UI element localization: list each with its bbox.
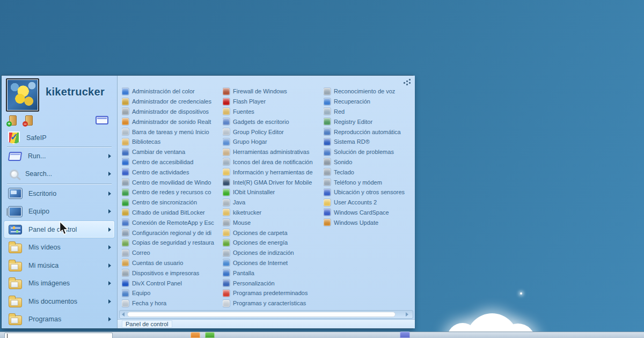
sidebar-item-mis-videos[interactable]: Mis vídeos	[4, 238, 115, 256]
control-panel-item[interactable]: Cambiar de ventana	[122, 147, 223, 157]
control-panel-item[interactable]: Ubicación y otros sensores	[324, 187, 415, 197]
sidebar-item-run[interactable]: Run...	[4, 148, 115, 165]
control-panel-item[interactable]: Información y herramientas de	[223, 167, 324, 177]
control-panel-item[interactable]: Correo	[122, 248, 223, 258]
sidebar-item-programas[interactable]: Programas	[4, 310, 115, 328]
control-panel-item[interactable]: Teclado	[324, 167, 415, 177]
control-panel-item[interactable]: Mouse	[223, 217, 324, 227]
control-panel-item[interactable]: Pantalla	[223, 268, 324, 278]
scrollbar-thumb[interactable]	[127, 312, 396, 317]
control-panel-item-label: Configuración regional y de idi	[132, 230, 211, 236]
sidebar-item-equipo[interactable]: Equipo	[4, 202, 115, 221]
submenu-arrow-icon	[108, 263, 111, 268]
date-time-icon	[122, 300, 129, 307]
sidebar-item-safeip[interactable]: SafeIP	[4, 130, 115, 146]
control-panel-item[interactable]: Programas predeterminados	[223, 288, 324, 298]
control-panel-item[interactable]: DivX Control Panel	[122, 278, 223, 288]
switch-user-icon[interactable]: +	[9, 115, 17, 126]
green-app-icon[interactable]	[205, 332, 215, 338]
sidebar-item-mis-imagenes[interactable]: Mis imágenes	[4, 274, 115, 292]
control-panel-item[interactable]: Sistema RD®	[324, 137, 415, 147]
control-panel-item[interactable]: Bibliotecas	[122, 137, 223, 147]
scroll-right-icon[interactable]	[406, 312, 408, 317]
control-panel-item[interactable]: Equipo	[122, 288, 223, 298]
control-panel-item[interactable]: Conexión de RemoteApp y Esc	[122, 217, 223, 227]
control-panel-item[interactable]: Reconocimiento de voz	[324, 86, 415, 97]
scroll-left-icon[interactable]	[122, 312, 125, 317]
user-accounts-folder-icon	[324, 199, 331, 206]
control-panel-item[interactable]: Administrador de sonido Realt	[122, 116, 223, 127]
control-panel-item[interactable]: Reproducción automática	[324, 127, 415, 137]
control-panel-item[interactable]: Registry Editor	[324, 116, 415, 127]
control-panel-item[interactable]: Centro de redes y recursos co	[122, 187, 223, 197]
control-panel-item[interactable]: IObit Uninstaller	[223, 187, 324, 197]
control-panel-item[interactable]: Opciones de Internet	[223, 258, 324, 268]
submenu-arrow-icon	[108, 192, 111, 196]
control-panel-item[interactable]: Centro de sincronización	[122, 197, 223, 208]
control-panel-item-label: Teléfono y módem	[334, 179, 382, 186]
control-panel-item[interactable]: Flash Player	[223, 97, 324, 107]
control-panel-item[interactable]: Windows Update	[324, 217, 415, 227]
log-off-icon[interactable]: −	[25, 115, 33, 126]
orange-app-icon[interactable]	[191, 332, 200, 338]
control-panel-item[interactable]: Barra de tareas y menú Inicio	[122, 127, 223, 137]
control-panel-item[interactable]: Fuentes	[223, 107, 324, 117]
control-panel-item[interactable]: Opciones de energía	[223, 238, 324, 248]
control-panel-item[interactable]: Herramientas administrativas	[223, 147, 324, 157]
control-panel-item[interactable]: Gadgets de escritorio	[223, 116, 324, 127]
control-panel-item[interactable]: Centro de movilidad de Windo	[122, 177, 223, 187]
control-panel-item[interactable]: Personalización	[223, 278, 324, 288]
control-panel-item[interactable]: Cuentas de usuario	[122, 258, 223, 268]
status-text: Panel de control	[122, 320, 172, 328]
control-panel-item[interactable]: Firewall de Windows	[223, 86, 324, 97]
control-panel-item[interactable]: Administrador de credenciales	[122, 97, 223, 107]
taskbar-search-input[interactable]	[4, 333, 113, 338]
control-panel-item-label: Reproducción automática	[334, 129, 401, 135]
control-panel-item[interactable]: Copias de seguridad y restaura	[122, 238, 223, 248]
flyout-column: Reconocimiento de voz Recuperación Red R…	[324, 86, 415, 310]
sidebar-item-search[interactable]: Search...	[4, 165, 115, 183]
control-panel-item[interactable]: Cifrado de unidad BitLocker	[122, 208, 223, 218]
control-panel-item[interactable]: Programas y características	[223, 298, 324, 308]
blue-app-icon[interactable]	[400, 332, 410, 338]
control-panel-item[interactable]: Grupo Hogar	[223, 137, 324, 147]
sidebar-item-escritorio[interactable]: Escritorio	[4, 185, 115, 203]
windows-firewall-icon	[223, 88, 230, 95]
sidebar-item-mi-musica[interactable]: Mi música	[4, 256, 115, 275]
control-panel-item[interactable]: Java	[223, 197, 324, 208]
mouse-icon	[223, 219, 230, 226]
control-panel-item[interactable]: User Accounts 2	[324, 197, 415, 208]
control-panel-item[interactable]: Opciones de indización	[223, 248, 324, 258]
control-panel-item[interactable]: Recuperación	[324, 97, 415, 107]
control-panel-item[interactable]: Centro de actividades	[122, 167, 223, 177]
control-panel-item[interactable]: Fecha y hora	[122, 298, 223, 308]
control-panel-item[interactable]: Intel(R) GMA Driver for Mobile	[223, 177, 324, 187]
control-panel-item-label: Centro de redes y recursos co	[132, 189, 211, 195]
control-panel-item[interactable]: Red	[324, 107, 415, 117]
control-panel-item[interactable]: Windows CardSpace	[324, 208, 415, 218]
control-panel-item-label: Gadgets de escritorio	[233, 119, 289, 125]
control-panel-item[interactable]: Configuración regional y de idi	[122, 227, 223, 238]
control-panel-item[interactable]: Solución de problemas	[324, 147, 415, 157]
registry-editor-icon	[324, 118, 331, 125]
submenu-arrow-icon	[108, 209, 111, 214]
sidebar-item-mis-documentos[interactable]: Mis documentos	[4, 292, 115, 311]
taskbar[interactable]	[0, 332, 644, 338]
text-caret	[7, 334, 8, 338]
control-panel-item[interactable]: Iconos del área de notificación	[223, 157, 324, 167]
troubleshooting-icon	[324, 149, 331, 156]
control-panel-item[interactable]: Dispositivos e impresoras	[122, 268, 223, 278]
control-panel-item[interactable]: Opciones de carpeta	[223, 227, 324, 238]
horizontal-scrollbar[interactable]	[119, 310, 413, 319]
control-panel-item-label: Programas y características	[233, 300, 306, 306]
control-panel-item[interactable]: Group Policy Editor	[223, 127, 324, 137]
run-shortcut[interactable]	[96, 116, 108, 124]
control-panel-item[interactable]: kiketrucker	[223, 208, 324, 218]
control-panel-item[interactable]: Administración del color	[122, 86, 223, 97]
control-panel-item[interactable]: Administrador de dispositivos	[122, 107, 223, 117]
user-avatar[interactable]	[6, 78, 39, 112]
control-panel-item[interactable]: Sonido	[324, 157, 415, 167]
control-panel-item[interactable]: Teléfono y módem	[324, 177, 415, 187]
control-panel-item[interactable]: Centro de accesibilidad	[122, 157, 223, 167]
resize-grip-icon[interactable]	[409, 79, 411, 80]
